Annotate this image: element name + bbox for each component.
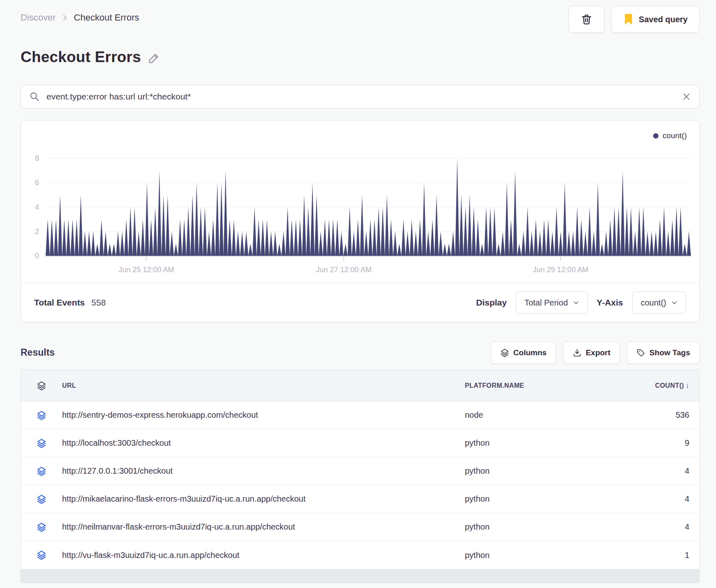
clear-search-icon[interactable] — [682, 92, 691, 101]
delete-query-button[interactable] — [568, 6, 605, 33]
row-platform: python — [465, 494, 646, 504]
saved-query-button[interactable]: Saved query — [611, 6, 700, 33]
display-label: Display — [476, 298, 507, 308]
row-actions-icon[interactable] — [21, 438, 62, 448]
row-url: http://neilmanvar-flask-errors-m3uuizd7i… — [62, 522, 465, 532]
table-row: http://mikaelacarino-flask-errors-m3uuiz… — [21, 485, 699, 513]
edit-title-icon[interactable] — [148, 52, 160, 65]
row-actions-icon[interactable] — [21, 494, 62, 504]
svg-text:0: 0 — [35, 252, 39, 260]
results-buttons: Columns Export Show Tags — [491, 341, 700, 364]
columns-label: Columns — [513, 348, 547, 357]
row-url: http://vu-flask-m3uuizd7iq-uc.a.run.app/… — [62, 551, 465, 560]
total-events-label: Total Events — [34, 298, 85, 308]
total-events-value: 558 — [91, 298, 106, 308]
column-actions-icon[interactable] — [21, 381, 62, 391]
total-events: Total Events 558 — [34, 298, 106, 308]
row-count: 9 — [646, 438, 699, 448]
events-chart-panel: count() 02468Jun 25 12:00 AMJun 27 12:00… — [21, 120, 700, 322]
sort-descending-icon: ↓ — [686, 382, 689, 389]
breadcrumb: Discover Checkout Errors — [21, 12, 139, 23]
table-header-row: URL PLATFORM.NAME COUNT()↓ — [21, 370, 699, 401]
svg-text:Jun 27 12:00 AM: Jun 27 12:00 AM — [316, 266, 372, 274]
chevron-down-icon — [573, 300, 579, 306]
chevron-right-icon — [62, 14, 68, 21]
row-count: 536 — [646, 410, 699, 420]
row-url: http://mikaelacarino-flask-errors-m3uuiz… — [62, 494, 465, 504]
row-count: 1 — [646, 551, 699, 560]
trash-icon — [580, 13, 593, 26]
results-table: URL PLATFORM.NAME COUNT()↓ http://sentry… — [21, 370, 700, 569]
bookmark-icon — [623, 13, 634, 25]
table-row: http://sentry-demos-express.herokuapp.co… — [21, 401, 699, 429]
events-area-chart: 02468Jun 25 12:00 AMJun 27 12:00 AMJun 2… — [21, 120, 699, 283]
column-header-url[interactable]: URL — [62, 382, 465, 389]
top-bar: Discover Checkout Errors Saved query — [21, 0, 700, 33]
row-platform: python — [465, 466, 646, 476]
svg-text:Jun 25 12:00 AM: Jun 25 12:00 AM — [118, 266, 174, 274]
yaxis-label: Y-Axis — [597, 298, 623, 308]
yaxis-dropdown[interactable]: count() — [632, 292, 686, 314]
column-header-count[interactable]: COUNT()↓ — [646, 382, 699, 390]
row-platform: python — [465, 438, 646, 448]
search-bar — [21, 85, 700, 109]
table-row: http://localhost:3003/checkout python 9 — [21, 429, 699, 457]
row-count: 4 — [646, 466, 699, 476]
results-header-row: Results Columns Export Show Tags — [21, 341, 700, 364]
svg-text:8: 8 — [35, 154, 39, 162]
search-icon — [29, 91, 40, 102]
export-button[interactable]: Export — [563, 341, 620, 364]
row-actions-icon[interactable] — [21, 550, 62, 560]
show-tags-button[interactable]: Show Tags — [627, 341, 700, 364]
column-header-platform[interactable]: PLATFORM.NAME — [465, 382, 646, 389]
chart-controls: Display Total Period Y-Axis count() — [476, 292, 686, 314]
row-url: http://sentry-demos-express.herokuapp.co… — [62, 410, 465, 420]
breadcrumb-current: Checkout Errors — [74, 12, 139, 23]
row-platform: python — [465, 551, 646, 560]
header-actions: Saved query — [568, 6, 700, 33]
table-row: http://vu-flask-m3uuizd7iq-uc.a.run.app/… — [21, 541, 699, 569]
row-actions-icon[interactable] — [21, 522, 62, 532]
display-dropdown-value: Total Period — [524, 298, 568, 308]
row-actions-icon[interactable] — [21, 466, 62, 476]
results-heading: Results — [21, 347, 55, 358]
table-row: http://neilmanvar-flask-errors-m3uuizd7i… — [21, 513, 699, 541]
row-platform: python — [465, 522, 646, 532]
download-icon — [573, 348, 582, 357]
export-label: Export — [586, 348, 610, 357]
svg-text:2: 2 — [35, 227, 39, 236]
saved-query-label: Saved query — [639, 15, 688, 24]
yaxis-dropdown-value: count() — [641, 298, 666, 308]
chevron-down-icon — [671, 300, 677, 306]
svg-text:4: 4 — [35, 203, 39, 211]
row-url: http://127.0.0.1:3001/checkout — [62, 466, 465, 476]
row-actions-icon[interactable] — [21, 410, 62, 420]
layers-icon — [500, 348, 509, 357]
row-url: http://localhost:3003/checkout — [62, 438, 465, 448]
svg-text:Jun 29 12:00 AM: Jun 29 12:00 AM — [533, 266, 588, 274]
count-header-label: COUNT() — [655, 382, 684, 389]
columns-button[interactable]: Columns — [491, 341, 556, 364]
discover-page: Discover Checkout Errors Saved query Che… — [0, 0, 716, 588]
row-count: 4 — [646, 494, 699, 504]
table-row: http://127.0.0.1:3001/checkout python 4 — [21, 457, 699, 485]
show-tags-label: Show Tags — [649, 348, 690, 357]
display-dropdown[interactable]: Total Period — [516, 292, 588, 314]
row-count: 4 — [646, 522, 699, 532]
svg-text:6: 6 — [35, 178, 39, 187]
row-platform: node — [465, 410, 646, 420]
title-row: Checkout Errors — [21, 49, 700, 66]
table-cutoff-band — [21, 569, 700, 583]
breadcrumb-discover[interactable]: Discover — [21, 12, 56, 23]
chart-footer: Total Events 558 Display Total Period Y-… — [21, 283, 699, 322]
page-title: Checkout Errors — [21, 49, 141, 66]
tag-icon — [636, 348, 645, 357]
search-input[interactable] — [46, 92, 675, 102]
